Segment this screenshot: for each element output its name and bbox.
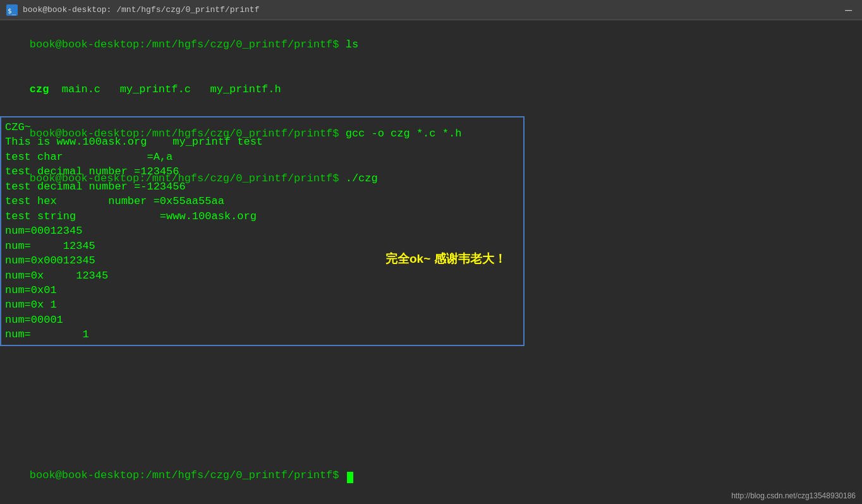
output-line-num8: num= 1 <box>5 327 519 342</box>
last-prompt: book@book-desktop:/mnt/hgfs/czg/0_printf… <box>30 469 339 481</box>
output-box: CZG~ This is www.100ask.org my_printf te… <box>0 116 525 346</box>
output-line-num4: num=0x 12345 <box>5 268 519 283</box>
output-line-decimal1: test decimal number =123456 <box>5 164 519 179</box>
output-line-char: test char =A,a <box>5 150 519 164</box>
output-line-num7: num=00001 <box>5 313 519 327</box>
output-line-num1: num=00012345 <box>5 224 519 238</box>
cursor <box>347 472 353 483</box>
minimize-button[interactable]: — <box>845 4 852 16</box>
terminal-area: book@book-desktop:/mnt/hgfs/czg/0_printf… <box>0 20 862 504</box>
cmd-1: ls <box>339 39 359 51</box>
terminal-line-1: book@book-desktop:/mnt/hgfs/czg/0_printf… <box>4 23 858 67</box>
terminal-files-output: czg main.c my_printf.c my_printf.h <box>4 67 858 111</box>
output-line-decimal2: test decimal number =-123456 <box>5 179 519 194</box>
svg-text:$_: $_ <box>8 7 16 15</box>
output-line-num6: num=0x 1 <box>5 297 519 312</box>
output-line-hex: test hex number =0x55aa55aa <box>5 194 519 208</box>
output-line-intro: This is www.100ask.org my_printf test <box>5 135 519 149</box>
prompt-1: book@book-desktop:/mnt/hgfs/czg/0_printf… <box>30 39 339 51</box>
last-cmd <box>339 469 346 481</box>
window-title: book@book-desktop: /mnt/hgfs/czg/0_print… <box>23 5 259 15</box>
terminal-last-line: book@book-desktop:/mnt/hgfs/czg/0_printf… <box>4 453 353 498</box>
titlebar: $_ book@book-desktop: /mnt/hgfs/czg/0_pr… <box>0 0 862 20</box>
terminal-icon: $_ <box>6 4 18 16</box>
annotation-text: 完全ok~ 感谢韦老大！ <box>385 251 506 267</box>
output-line-czg: CZG~ <box>5 120 519 135</box>
file-czg: czg <box>30 83 49 95</box>
watermark: http://blog.csdn.net/czg13548930186 <box>731 491 856 500</box>
output-line-num5: num=0x01 <box>5 283 519 297</box>
output-line-string: test string =www.100ask.org <box>5 209 519 224</box>
